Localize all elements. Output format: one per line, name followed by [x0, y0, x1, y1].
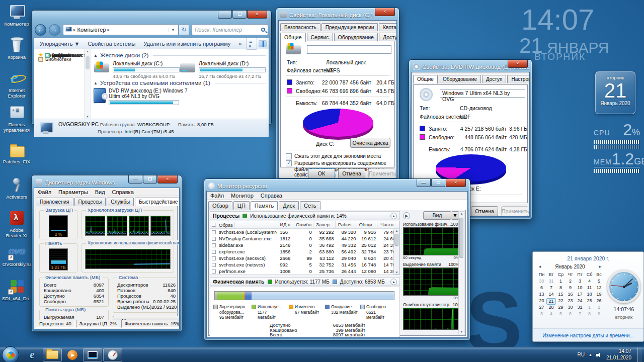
calendar-day[interactable]: 2	[594, 305, 604, 311]
properties-c-titlebar[interactable]: Свойства: Локальный диск (C:) ×	[278, 8, 397, 20]
select-all-checkbox[interactable]	[212, 223, 216, 227]
desktop-icon-computer[interactable]: Компьютер	[2, 4, 31, 27]
section-hard-disks[interactable]: ▲Жесткие диски (2)	[94, 52, 266, 58]
column-working-set[interactable]: Рабоч...	[336, 221, 358, 228]
calendar-day[interactable]: 5	[594, 279, 604, 285]
refresh-button[interactable]: ↻	[179, 24, 189, 35]
calendar-day[interactable]: 19	[594, 292, 604, 298]
calendar-day[interactable]: 1	[556, 279, 566, 285]
menu-Справка[interactable]: Справка	[257, 193, 286, 199]
mem-gadget[interactable]: MEM 1.2GB	[594, 152, 640, 173]
search-icon[interactable]	[261, 28, 265, 32]
row-checkbox[interactable]	[212, 243, 216, 247]
calendar-day-selected[interactable]: 21	[546, 298, 556, 305]
window-scrollbar[interactable]: ▲▼	[458, 211, 464, 334]
preview-pane-button[interactable]: ▐	[259, 40, 267, 47]
calendar-day[interactable]: 15	[556, 292, 566, 298]
desktop-icon-recycle-bin[interactable]: Корзина	[2, 37, 31, 60]
column-commit[interactable]: Завер...	[313, 221, 336, 228]
column-pid[interactable]: ИД п...	[278, 221, 294, 228]
properties-e-titlebar[interactable]: Свойства: DVD RW дисковод (E:) Windows 7…	[411, 60, 530, 72]
compress-checkbox[interactable]	[286, 153, 292, 159]
physical-memory-section-header[interactable]: Физическая память Используется: 1177 МБ …	[210, 277, 400, 286]
desktop-icon-adobe[interactable]: Adobe Reader XI	[2, 210, 31, 239]
tab-ЦП[interactable]: ЦП	[233, 201, 250, 210]
calendar-day[interactable]: 27	[537, 305, 546, 311]
taskbar-resource-monitor-button[interactable]	[103, 348, 122, 361]
calendar-day[interactable]: 23	[566, 298, 575, 305]
address-bar[interactable]: ▸ Компьютер ▸ ▼	[63, 24, 179, 35]
volume-label-input[interactable]: Windows 7 Ultim x64 NL3 by OVG	[440, 89, 525, 98]
menu-Монитор[interactable]: Монитор	[227, 193, 257, 199]
calendar-day[interactable]: 26	[594, 298, 604, 305]
calendar-day[interactable]: 6	[566, 311, 575, 318]
calendar-day[interactable]: 9	[566, 285, 575, 292]
toolbar-uninstall-program[interactable]: Удалить или изменить программу	[140, 40, 234, 48]
row-checkbox[interactable]	[212, 263, 216, 267]
menu-Вид[interactable]: Вид	[92, 189, 109, 195]
table-row[interactable]: perfmon.exe1008025 73626 44412 08014 364	[210, 268, 399, 275]
taskbar-task-manager-button[interactable]	[83, 348, 102, 361]
calendar-day[interactable]: 7	[546, 285, 556, 292]
tab-Диск[interactable]: Диск	[279, 201, 299, 210]
maximize-button[interactable]	[143, 175, 157, 184]
column-private[interactable]: Частн...	[377, 221, 399, 228]
row-checkbox[interactable]	[212, 230, 216, 234]
calendar-day[interactable]: 18	[585, 292, 594, 298]
menu-Файл[interactable]: Файл	[207, 193, 227, 199]
taskbar-explorer-button[interactable]	[43, 348, 62, 361]
change-datetime-link[interactable]: Изменение настроек даты и времени...	[542, 333, 634, 338]
tray-clock[interactable]: 14:07 21.01.2020	[606, 348, 633, 361]
tab-Безопасность[interactable]: Безопасность	[280, 23, 320, 31]
view-button[interactable]: Вид	[423, 211, 451, 220]
calendar-gadget[interactable]: вторник 21 Январь 2020	[595, 71, 635, 114]
table-row[interactable]: explorer.exe1856263 88056 49232 78423 70…	[210, 248, 399, 255]
toolbar-more-chevron[interactable]: »	[235, 40, 245, 48]
show-desktop-button[interactable]	[637, 347, 642, 362]
start-button[interactable]	[2, 346, 19, 362]
desktop-icon-pin[interactable]: Activators	[2, 177, 31, 200]
toolbar-organize[interactable]: Упорядочить ▼	[36, 40, 83, 48]
change-view-button[interactable]: ≣ ▾	[246, 38, 257, 50]
calendar-day[interactable]: 8	[585, 311, 594, 318]
desktop-icon-ovg[interactable]: OVGorskiy.ru	[2, 244, 31, 267]
close-button[interactable]: ×	[375, 8, 395, 16]
disk-cleanup-button[interactable]: Очистка диска	[350, 138, 390, 148]
calendar-day[interactable]: 3	[575, 279, 585, 285]
menu-Файл[interactable]: Файл	[34, 189, 55, 195]
calendar-day[interactable]: 10	[575, 285, 585, 292]
explorer-titlebar[interactable]: — ×	[34, 11, 269, 23]
table-row[interactable]: dwm.exe1828061 97637 18423 10014 084	[210, 275, 399, 275]
column-hard-faults[interactable]: Ошибо...	[294, 221, 313, 228]
tree-scrollbar[interactable]: ▲▼	[85, 49, 91, 119]
section-removable-media[interactable]: ▲Устройства со съемными носителями (1)	[94, 80, 266, 86]
search-input[interactable]: Поиск: Компьютер	[192, 24, 268, 35]
maximize-button[interactable]	[431, 179, 445, 187]
drive-c-item[interactable]: Локальный диск (C:) 43,5 ГБ свободно из …	[94, 60, 180, 79]
task-manager-titlebar[interactable]: Диспетчер задач Windows — ×	[34, 175, 180, 188]
row-checkbox[interactable]	[212, 256, 216, 260]
resource-monitor-titlebar[interactable]: Монитор ресурсов — ×	[206, 179, 468, 191]
calendar-day[interactable]: 3	[537, 311, 546, 318]
tab-Приложения[interactable]: Приложения	[36, 198, 73, 206]
drive-d-item[interactable]: Локальный диск (D:) 16,7 ГБ свободно из …	[180, 60, 266, 79]
calendar-day[interactable]: 7	[575, 311, 585, 318]
tab-Настройка[interactable]: Настройка	[507, 75, 530, 83]
calendar-day[interactable]: 24	[575, 298, 585, 305]
tab-Предыдущие версии[interactable]: Предыдущие версии	[321, 23, 378, 31]
ok-button[interactable]: ОК	[308, 168, 335, 178]
collapse-chevron-icon[interactable]: ▲	[390, 213, 397, 219]
calendar-day[interactable]: 1	[585, 305, 594, 311]
tab-Процессы[interactable]: Процессы	[74, 198, 106, 206]
calendar-day[interactable]: 31	[575, 305, 585, 311]
row-checkbox[interactable]	[212, 250, 216, 254]
calendar-day[interactable]: 22	[556, 298, 566, 305]
process-table-scrollbar[interactable]: ▲▼	[393, 229, 399, 275]
processes-section-header[interactable]: Процессы Использование физической памяти…	[210, 211, 400, 220]
table-row[interactable]: svchost.exe (netsvcs)992532 75231 45616 …	[210, 261, 399, 268]
tab-Оборудование[interactable]: Оборудование	[334, 33, 378, 41]
next-month-icon[interactable]: ►	[598, 264, 602, 269]
calendar-day[interactable]: 4	[585, 279, 594, 285]
row-checkbox[interactable]	[212, 269, 216, 274]
tab-Общие[interactable]: Общие	[413, 75, 438, 83]
